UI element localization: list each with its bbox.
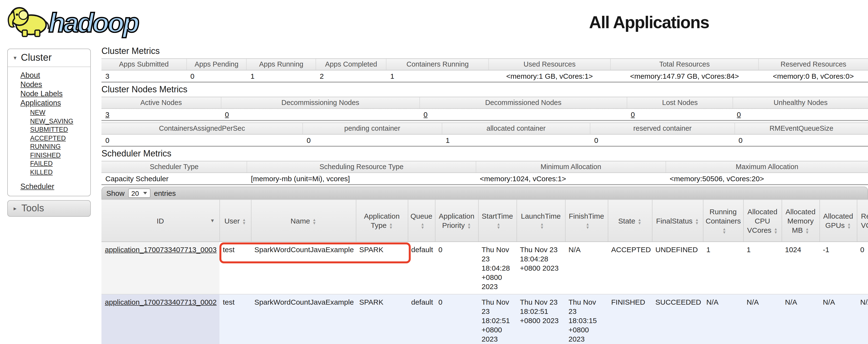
sidebar-item-node-labels[interactable]: Node Labels bbox=[21, 89, 63, 98]
column-header: Used Resources bbox=[489, 59, 610, 70]
column-header: Decommissioning Nodes bbox=[221, 97, 420, 109]
cluster-nav: About Nodes Node Labels Applications NEW… bbox=[8, 70, 90, 191]
cluster-nodes-metrics-heading: Cluster Nodes Metrics bbox=[101, 85, 868, 94]
decommissioned-nodes-link[interactable]: 0 bbox=[424, 110, 428, 119]
column-header-starttime[interactable]: StartTime▲▼ bbox=[478, 199, 517, 242]
sidebar-item-state-finished[interactable]: FINISHED bbox=[30, 151, 61, 159]
application-id-link[interactable]: application_1700733407713_0002 bbox=[105, 298, 217, 306]
sort-icon: ▲▼ bbox=[695, 218, 699, 225]
column-header: Apps Running bbox=[247, 59, 316, 70]
cell-name: SparkWordCountJavaExample bbox=[251, 294, 356, 344]
sort-icon: ▲▼ bbox=[586, 223, 590, 229]
sidebar-item-applications[interactable]: Applications bbox=[21, 98, 61, 107]
tools-panel-header[interactable]: ▸ Tools bbox=[7, 200, 91, 217]
column-label: FinishTime bbox=[569, 212, 604, 220]
column-header-running-containers[interactable]: Running Containers▲▼ bbox=[703, 199, 743, 242]
column-header-launchtime[interactable]: LaunchTime▲▼ bbox=[517, 199, 565, 242]
active-nodes-link[interactable]: 3 bbox=[105, 110, 110, 119]
column-label: Application Type bbox=[364, 212, 400, 229]
cell-allocated-memory-mb: 1024 bbox=[782, 242, 819, 294]
hadoop-elephant-logo: hadoop bbox=[5, 2, 151, 39]
cluster-panel-header[interactable]: ▾ Cluster bbox=[8, 49, 90, 67]
sort-desc-icon: ▼ bbox=[210, 216, 215, 225]
metric-value: 0 bbox=[186, 70, 247, 82]
main-content: Cluster Metrics Apps Submitted Apps Pend… bbox=[101, 47, 868, 344]
cell-finalstatus: SUCCEEDED bbox=[652, 294, 703, 344]
sort-icon: ▲▼ bbox=[540, 223, 544, 229]
sidebar-item-state-new-saving[interactable]: NEW_SAVING bbox=[30, 117, 73, 125]
sidebar-item-state-failed[interactable]: FAILED bbox=[30, 160, 53, 167]
cluster-panel: ▾ Cluster About Nodes Node Labels Applic… bbox=[7, 49, 91, 196]
metric-value: 2 bbox=[316, 70, 386, 82]
page-size-select[interactable]: 20 bbox=[128, 189, 151, 198]
cell-name: SparkWordCountJavaExample bbox=[251, 242, 356, 294]
cell-user: test bbox=[219, 294, 251, 344]
cell-reserved-cpu-vcores: N/A bbox=[857, 294, 868, 344]
column-header: Lost Nodes bbox=[627, 97, 733, 109]
column-header: reserved container bbox=[590, 123, 735, 134]
decommissioning-nodes-link[interactable]: 0 bbox=[225, 110, 229, 119]
metric-value: 1 bbox=[442, 134, 590, 146]
hadoop-logo: hadoop bbox=[5, 2, 151, 41]
sidebar-item-about[interactable]: About bbox=[21, 71, 40, 79]
column-header-id[interactable]: ID ▼ bbox=[101, 199, 219, 242]
sort-icon: ▲▼ bbox=[312, 218, 316, 225]
metric-value: 1 bbox=[247, 70, 316, 82]
column-header-allocated-cpu-vcores[interactable]: Allocated CPU VCores▲▼ bbox=[743, 199, 782, 242]
metric-value: 3 bbox=[101, 70, 186, 82]
column-header-application-type[interactable]: Application Type▲▼ bbox=[356, 199, 408, 242]
column-header-finishtime[interactable]: FinishTime▲▼ bbox=[565, 199, 608, 242]
applications-table: ID ▼ User▲▼ Name▲▼ Application Type▲▼ Qu… bbox=[101, 199, 868, 344]
column-header-reserved-cpu-vcores[interactable]: Reserved CPU VCores bbox=[857, 199, 868, 242]
column-header-queue[interactable]: Queue▲▼ bbox=[408, 199, 435, 242]
page-size-value: 20 bbox=[131, 189, 139, 197]
cell-launchtime: Thu Nov 23 18:02:51 +0800 2023 bbox=[517, 294, 565, 344]
svg-text:hadoop: hadoop bbox=[49, 7, 138, 38]
column-header: Apps Pending bbox=[186, 59, 247, 70]
unhealthy-nodes-link[interactable]: 0 bbox=[737, 110, 741, 119]
column-header-allocated-gpus[interactable]: Allocated GPUs▲▼ bbox=[819, 199, 857, 242]
metric-value: <memory:50506, vCores:20> bbox=[666, 173, 868, 184]
application-id-link[interactable]: application_1700733407713_0003 bbox=[105, 246, 217, 254]
column-header: Apps Completed bbox=[316, 59, 386, 70]
metric-value: [memory-mb (unit=Mi), vcores] bbox=[247, 173, 476, 184]
sort-icon: ▲▼ bbox=[242, 218, 246, 225]
column-header-application-priority[interactable]: Application Priority▲▼ bbox=[435, 199, 478, 242]
column-header-allocated-memory-mb[interactable]: Allocated Memory MB▲▼ bbox=[782, 199, 819, 242]
sort-icon: ▲▼ bbox=[722, 227, 726, 234]
metric-value: 0 bbox=[590, 134, 735, 146]
cluster-nodes-metrics-table-1: Active Nodes Decommissioning Nodes Decom… bbox=[101, 97, 868, 121]
sidebar-item-state-running[interactable]: RUNNING bbox=[30, 143, 61, 150]
cell-allocated-cpu-vcores: N/A bbox=[743, 294, 782, 344]
column-label: Running Containers bbox=[706, 207, 741, 225]
column-header-user[interactable]: User▲▼ bbox=[219, 199, 251, 242]
column-header-name[interactable]: Name▲▼ bbox=[251, 199, 356, 242]
sidebar-item-state-killed[interactable]: KILLED bbox=[30, 168, 53, 176]
app-states-nav: NEW NEW_SAVING SUBMITTED ACCEPTED RUNNIN… bbox=[21, 108, 90, 176]
column-label: ID bbox=[157, 217, 164, 225]
lost-nodes-link[interactable]: 0 bbox=[631, 110, 635, 119]
sidebar-item-state-submitted[interactable]: SUBMITTED bbox=[30, 126, 68, 133]
column-label: Allocated Memory MB bbox=[785, 207, 815, 234]
sort-icon: ▲▼ bbox=[638, 218, 642, 225]
cell-running-containers: 1 bbox=[703, 242, 743, 294]
cell-application-priority: 0 bbox=[435, 294, 478, 344]
sidebar-item-nodes[interactable]: Nodes bbox=[21, 80, 42, 88]
sidebar-item-state-new[interactable]: NEW bbox=[30, 109, 45, 116]
metric-value: 0 bbox=[303, 134, 442, 146]
metric-value: Capacity Scheduler bbox=[101, 173, 247, 184]
page-title: All Applications bbox=[589, 12, 709, 32]
cell-starttime: Thu Nov 23 18:02:51 +0800 2023 bbox=[478, 294, 517, 344]
caret-right-icon: ▸ bbox=[13, 205, 17, 211]
sort-icon: ▲▼ bbox=[467, 223, 471, 229]
column-header: Decommissioned Nodes bbox=[420, 97, 627, 109]
sidebar-item-state-accepted[interactable]: ACCEPTED bbox=[30, 134, 66, 142]
chevron-down-icon bbox=[143, 192, 147, 194]
sidebar-item-scheduler[interactable]: Scheduler bbox=[21, 182, 54, 191]
column-header-finalstatus[interactable]: FinalStatus▲▼ bbox=[652, 199, 703, 242]
cell-starttime: Thu Nov 23 18:04:28 +0800 2023 bbox=[478, 242, 517, 294]
column-label: Name bbox=[290, 217, 310, 225]
metric-value: <memory:147.97 GB, vCores:84> bbox=[611, 70, 759, 82]
column-label: State bbox=[618, 217, 635, 225]
column-header-state[interactable]: State▲▼ bbox=[608, 199, 652, 242]
